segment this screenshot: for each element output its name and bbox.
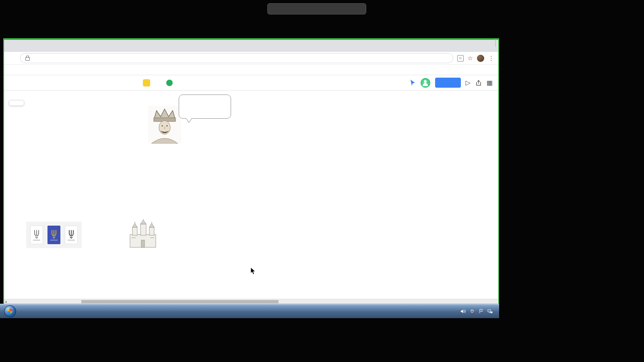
lock-icon: [25, 57, 30, 61]
chrome-menu-icon[interactable]: ⋮: [488, 55, 494, 62]
browser-tabstrip: [4, 40, 498, 52]
translate-icon[interactable]: G: [457, 55, 464, 62]
bookmark-star-icon[interactable]: ☆: [468, 55, 473, 62]
action-center-flag-icon[interactable]: ×: [478, 309, 484, 314]
trident-image: [65, 226, 78, 244]
conference-timer: [267, 3, 366, 14]
export-icon[interactable]: [475, 80, 482, 86]
saved-check-icon: [166, 80, 173, 86]
trident-images-panel[interactable]: [26, 222, 82, 248]
volume-icon[interactable]: [460, 309, 466, 314]
screen: G ☆ ⋮: [0, 0, 644, 362]
power-plug-icon[interactable]: ×: [469, 309, 475, 314]
cacoo-header: ▷ ▦: [4, 75, 498, 90]
cacoo-logo-icon: [143, 79, 150, 86]
shared-browser-window: G ☆ ⋮: [3, 38, 499, 304]
trident-image: [47, 226, 60, 244]
url-field[interactable]: [20, 53, 453, 63]
addressbar-actions: G ☆ ⋮: [457, 55, 494, 62]
cacoo-tool-palette: [9, 100, 24, 106]
share-button[interactable]: [435, 78, 461, 88]
trident-image: [30, 226, 43, 244]
window-controls[interactable]: [495, 39, 496, 47]
windows-taskbar: × ×: [0, 304, 499, 318]
bookmarks-bar: [4, 65, 498, 75]
scrollbar-thumb[interactable]: [81, 300, 279, 303]
volodymyr-portrait-image[interactable]: [148, 106, 181, 144]
presence-avatar[interactable]: [421, 78, 430, 88]
header-actions: ▷ ▦: [410, 78, 493, 88]
diagram-canvas[interactable]: [4, 90, 498, 299]
collab-cursor-icon: [410, 79, 416, 86]
board-icon[interactable]: ▦: [487, 79, 493, 86]
speech-bubble[interactable]: [179, 95, 231, 119]
profile-avatar[interactable]: [477, 55, 484, 62]
browser-addressbar: G ☆ ⋮: [4, 52, 498, 65]
breadcrumb[interactable]: [143, 79, 173, 86]
connector-lines: [4, 90, 498, 299]
start-button[interactable]: [4, 305, 16, 317]
system-tray: × ×: [454, 304, 497, 318]
network-icon[interactable]: [487, 309, 493, 314]
church-image[interactable]: [127, 219, 159, 248]
present-icon[interactable]: ▷: [466, 79, 471, 86]
